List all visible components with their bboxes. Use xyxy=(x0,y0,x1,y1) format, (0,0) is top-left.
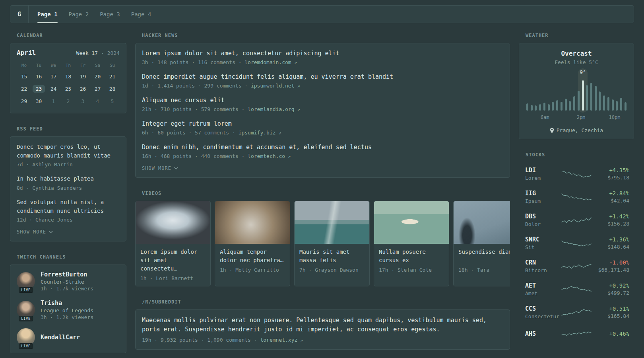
weather-bar xyxy=(603,95,605,111)
twitch-card: LIVE ForrestBurton Counter-Strike 1h · 1… xyxy=(10,265,126,353)
streamer-name[interactable]: Trisha xyxy=(41,300,93,307)
stock-ticker: DBS xyxy=(525,213,562,220)
video-title[interactable]: Suspendisse diam xyxy=(458,248,510,265)
video-title[interactable]: Nullam posuere cursus ex xyxy=(379,248,444,265)
video-title[interactable]: Lorem ipsum dolor sit amet consectetu… xyxy=(140,248,206,273)
calendar-heading: CALENDAR xyxy=(17,33,126,38)
tab-page-2[interactable]: Page 2 xyxy=(69,6,89,23)
video-thumbnail[interactable] xyxy=(215,201,290,244)
hn-item-stats: 6h · 60 points · 57 comments · xyxy=(142,130,239,136)
weather-bar xyxy=(556,100,558,111)
hn-item-meta: 1d · 1,414 points · 299 comments · ipsum… xyxy=(142,83,503,89)
stock-row[interactable]: AHS +0.46% xyxy=(519,324,634,344)
video-title[interactable]: Mauris sit amet massa felis xyxy=(299,248,365,265)
video-thumbnail[interactable] xyxy=(454,201,510,244)
rss-item-meta: 7d · Ashlyn Martin xyxy=(17,161,120,167)
hn-item-domain-link[interactable]: loremlandia.org xyxy=(248,106,300,112)
hn-item-title[interactable]: Donec enim nibh, condimentum et accumsan… xyxy=(142,143,503,152)
rss-item-title[interactable]: In hac habitasse platea xyxy=(17,175,120,183)
twitch-channel[interactable]: LIVE ForrestBurton Counter-Strike 1h · 1… xyxy=(17,271,120,292)
weather-bar xyxy=(539,104,541,111)
live-badge: LIVE xyxy=(19,287,33,293)
stock-row[interactable]: DBSDolor +1.42%$156.28 xyxy=(519,208,634,232)
video-card[interactable]: Mauris sit amet massa felis 7h · Grayson… xyxy=(294,201,370,286)
video-card[interactable]: Lorem ipsum dolor sit amet consectetu… 1… xyxy=(135,201,211,286)
hn-item-title[interactable]: Aliquam nec cursus elit xyxy=(142,96,503,105)
rss-item-meta: 12d · Chance Jones xyxy=(17,217,120,223)
stock-price: $42.04 xyxy=(591,198,629,204)
weather-location[interactable]: Prague, Czechia xyxy=(526,127,627,133)
location-pin-icon xyxy=(550,128,554,133)
stock-row[interactable]: LDILorem +4.35%$795.18 xyxy=(519,162,634,185)
weekday-label: Mo xyxy=(17,63,31,68)
twitch-channel[interactable]: LIVE KendallCarr xyxy=(17,328,120,346)
stock-row[interactable]: CRNBitcorn -1.00%$66,171.48 xyxy=(519,255,634,278)
weather-bar xyxy=(561,102,563,111)
stock-row[interactable]: IIGIpsum +2.84%$42.04 xyxy=(519,185,634,208)
stock-change: +1.42% xyxy=(591,213,629,220)
hn-item-title[interactable]: Integer eget rutrum lorem xyxy=(142,120,503,128)
video-thumbnail[interactable] xyxy=(374,201,449,244)
calendar-day: 23 xyxy=(31,83,46,95)
tab-page-4[interactable]: Page 4 xyxy=(131,6,151,23)
weather-bar xyxy=(526,103,528,111)
calendar-header: April Week 17 · 2024 xyxy=(17,49,120,56)
video-meta: 18h · Tara xyxy=(458,267,510,273)
rss-show-more-button[interactable]: SHOW MORE xyxy=(17,229,53,235)
hn-item-meta: 6h · 60 points · 57 comments · ipsumify.… xyxy=(142,130,503,136)
video-card[interactable]: Aliquam tempor dolor nec pharetra… 1h · … xyxy=(215,201,290,286)
weather-widget: WEATHER Overcast Feels like 5°C 9° 6am 2… xyxy=(519,33,634,139)
stock-change: +0.51% xyxy=(591,305,629,312)
hn-item-domain-link[interactable]: loremdomain.com xyxy=(244,59,297,65)
twitch-widget: TWITCH CHANNELS LIVE ForrestBurton Count… xyxy=(10,254,126,353)
tab-page-3[interactable]: Page 3 xyxy=(100,6,120,23)
rss-item-meta: 8d · Cynthia Saunders xyxy=(17,185,120,191)
reddit-post-title[interactable]: Maecenas mollis pulvinar erat non posuer… xyxy=(142,316,503,334)
weather-bar xyxy=(573,96,575,111)
stock-sparkline xyxy=(562,328,591,340)
stocks-heading: STOCKS xyxy=(526,152,634,158)
rss-item-title[interactable]: Sed volutpat nulla nisl, a condimentum n… xyxy=(17,198,120,215)
stock-row[interactable]: SNRCSit +1.36%$148.64 xyxy=(519,232,634,255)
hn-item-title[interactable]: Donec imperdiet augue tincidunt felis al… xyxy=(142,73,503,81)
streamer-name[interactable]: ForrestBurton xyxy=(41,271,93,278)
stock-row[interactable]: CCSConsectetur +0.51%$165.84 xyxy=(519,301,634,324)
weather-bar xyxy=(569,101,571,111)
video-thumbnail[interactable] xyxy=(295,201,369,244)
hn-item-title[interactable]: Lorem ipsum dolor sit amet, consectetur … xyxy=(142,49,503,58)
rss-item-title[interactable]: Donec tempor eros leo, ut commodo mauris… xyxy=(17,143,120,160)
show-more-label: SHOW MORE xyxy=(17,229,46,235)
hn-item-meta: 21h · 710 points · 579 comments · loreml… xyxy=(142,106,503,112)
stock-ticker: AET xyxy=(525,282,562,289)
video-card[interactable]: Nullam posuere cursus ex 17h · Stefan Co… xyxy=(374,201,449,286)
stock-name: Dolor xyxy=(525,221,562,227)
hn-item-domain-link[interactable]: ipsumworld.net xyxy=(251,83,300,89)
live-badge: LIVE xyxy=(19,316,33,321)
video-meta: 1h · Lori Barnett xyxy=(140,275,206,281)
tab-page-1[interactable]: Page 1 xyxy=(37,6,58,23)
hn-item-domain-link[interactable]: loremtech.co xyxy=(248,153,291,159)
video-card[interactable]: Suspendisse diam 18h · Tara xyxy=(453,201,510,286)
calendar-day: 15 xyxy=(17,70,31,83)
subreddit-card: Maecenas mollis pulvinar erat non posuer… xyxy=(135,309,510,350)
weather-current-temp: 9° xyxy=(580,69,586,75)
videos-heading: VIDEOS xyxy=(142,191,510,196)
twitch-channel[interactable]: LIVE Trisha League of Legends 3h · 1.2k … xyxy=(17,300,120,320)
stock-price: $148.64 xyxy=(591,244,629,250)
calendar-day: 18 xyxy=(61,70,76,83)
hn-item: Donec imperdiet augue tincidunt felis al… xyxy=(142,73,503,89)
stocks-widget: STOCKS LDILorem +4.35%$795.18 IIGIpsum +… xyxy=(519,152,634,344)
stream-category: League of Legends xyxy=(41,307,93,313)
hn-show-more-button[interactable]: SHOW MORE xyxy=(142,165,178,171)
reddit-post-domain-link[interactable]: loremnet.xyz xyxy=(260,337,303,343)
weekday-label: Sa xyxy=(90,63,105,68)
hn-item-domain-link[interactable]: ipsumify.biz xyxy=(239,130,281,136)
streamer-name[interactable]: KendallCarr xyxy=(41,334,80,341)
reddit-post-stats: 19h · 9,932 points · 1,090 comments · xyxy=(142,337,260,343)
calendar-day: 27 xyxy=(90,83,105,95)
stock-row[interactable]: AETAmet +0.92%$499.72 xyxy=(519,278,634,301)
video-thumbnail[interactable] xyxy=(136,201,210,244)
app-logo[interactable]: G xyxy=(10,6,29,23)
stock-ticker: CRN xyxy=(525,259,562,266)
video-title[interactable]: Aliquam tempor dolor nec pharetra… xyxy=(220,248,285,265)
